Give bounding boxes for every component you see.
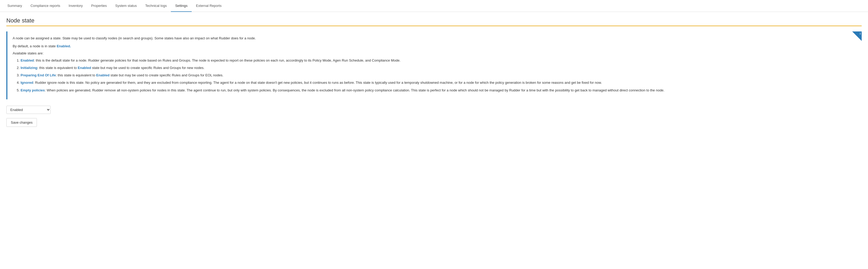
state-desc-empty: : When policies are generated, Rudder re… — [45, 88, 664, 92]
page-title: Node state — [6, 17, 862, 24]
state-desc-eol-suffix: state but may be used to create specific… — [110, 73, 223, 77]
state-name-enabled: Enabled — [21, 58, 34, 62]
state-link-enabled-init: Enabled — [78, 66, 91, 70]
info-icon: i — [860, 31, 862, 35]
state-desc-eol-prefix: : this state is equivalent to — [56, 73, 96, 77]
list-item: Initializing: this state is equivalent t… — [21, 65, 857, 71]
state-name-ignored: Ignored — [21, 81, 33, 85]
list-item: Enabled: this is the default state for a… — [21, 58, 857, 63]
state-name-eol: Preparing End Of Life — [21, 73, 56, 77]
states-label: Available states are: — [13, 51, 857, 55]
save-button[interactable]: Save changes — [6, 118, 37, 127]
title-underline — [6, 26, 862, 26]
states-list: Enabled: this is the default state for a… — [13, 58, 857, 93]
state-dropdown-container: Enabled Initializing Preparing End Of Li… — [6, 106, 862, 114]
tab-technical-logs[interactable]: Technical logs — [141, 0, 171, 12]
state-link-enabled-eol: Enabled — [96, 73, 110, 77]
info-box: i A node can be assigned a state. State … — [6, 31, 862, 99]
tab-inventory[interactable]: Inventory — [64, 0, 87, 12]
tab-summary[interactable]: Summary — [3, 0, 26, 12]
tab-external-reports[interactable]: External Reports — [192, 0, 226, 12]
enabled-link[interactable]: Enabled. — [57, 44, 71, 48]
state-desc-ignored: : Rudder ignore node is this state. No p… — [33, 81, 602, 85]
state-select[interactable]: Enabled Initializing Preparing End Of Li… — [6, 106, 51, 114]
tab-settings[interactable]: Settings — [171, 0, 192, 12]
state-desc-initializing-prefix: : this state is equivalent to — [37, 66, 78, 70]
tab-system-status[interactable]: System status — [111, 0, 141, 12]
list-item: Ignored: Rudder ignore node is this stat… — [21, 80, 857, 85]
state-desc-enabled: : this is the default state for a node. … — [34, 58, 401, 62]
nav-tabs: Summary Compliance reports Inventory Pro… — [0, 0, 868, 12]
info-line1: A node can be assigned a state. State ma… — [13, 36, 857, 41]
state-name-empty: Empty policies — [21, 88, 45, 92]
tab-compliance-reports[interactable]: Compliance reports — [26, 0, 65, 12]
info-line2-prefix: By default, a node is in state — [13, 44, 57, 48]
tab-properties[interactable]: Properties — [87, 0, 111, 12]
state-desc-initializing-suffix: state but may be used to create specific… — [91, 66, 204, 70]
list-item: Preparing End Of Life: this state is equ… — [21, 73, 857, 78]
page-content: Node state i A node can be assigned a st… — [0, 12, 868, 132]
state-name-initializing: Initializing — [21, 66, 37, 70]
info-line2: By default, a node is in state Enabled. — [13, 44, 857, 49]
list-item: Empty policies: When policies are genera… — [21, 88, 857, 93]
